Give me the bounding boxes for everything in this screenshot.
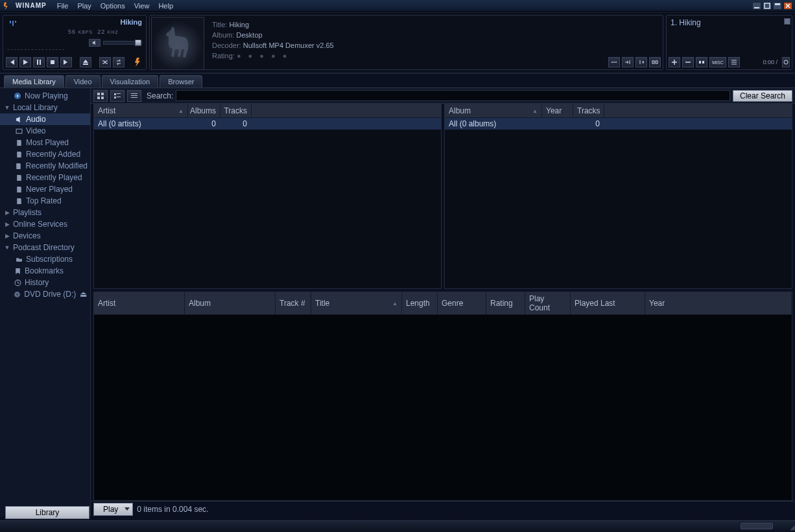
pl-rem-button[interactable] — [682, 57, 694, 67]
playlist-scroll-thumb[interactable] — [784, 18, 790, 25]
col-album-tracks[interactable]: Tracks — [573, 104, 604, 117]
sidebar-recently-added[interactable]: Recently Added — [0, 148, 90, 160]
decoder-label: Decoder: — [212, 41, 241, 49]
svg-rect-4 — [40, 60, 41, 65]
sidebar-dvd-drive[interactable]: DVD Drive (D:)⏏ — [0, 288, 90, 300]
next-button[interactable] — [60, 57, 72, 67]
repeat-button[interactable] — [113, 57, 125, 67]
tcol-year[interactable]: Year — [645, 292, 792, 314]
pl-add-button[interactable] — [669, 57, 680, 67]
menu-view[interactable]: View — [130, 1, 154, 10]
tcol-artist[interactable]: Artist — [94, 292, 185, 314]
info-opt1-button[interactable] — [608, 57, 620, 67]
tcol-rating[interactable]: Rating — [486, 292, 525, 314]
svg-rect-22 — [101, 97, 104, 99]
menu-options[interactable]: Options — [97, 1, 129, 10]
sidebar-online-services[interactable]: ▶Online Services — [0, 218, 90, 230]
eject-icon[interactable]: ⏏ — [78, 290, 88, 299]
sidebar-history[interactable]: History — [0, 277, 90, 288]
info-opt3-button[interactable] — [635, 57, 647, 67]
footer-handle[interactable] — [741, 523, 773, 529]
svg-rect-5 — [51, 60, 54, 64]
library-button[interactable]: Library — [5, 506, 89, 519]
sidebar-podcast-directory[interactable]: ▼Podcast Directory — [0, 242, 90, 253]
svg-rect-12 — [702, 61, 704, 64]
resize-grip-icon[interactable]: ◢ — [790, 524, 794, 531]
menu-play[interactable]: Play — [73, 1, 95, 10]
rating-label: Rating: — [212, 52, 235, 60]
pause-button[interactable] — [33, 57, 45, 67]
title-value: Hiking — [230, 21, 250, 29]
tcol-trackno[interactable]: Track # — [276, 292, 311, 314]
play-circle-icon — [14, 92, 21, 100]
info-opt4-button[interactable] — [649, 57, 661, 67]
pl-misc-button[interactable]: MISC — [709, 57, 726, 67]
album-row[interactable]: All (0 albums) 0 — [445, 118, 792, 130]
sidebar-recently-modified[interactable]: Recently Modified — [0, 160, 90, 172]
view-details-button[interactable] — [127, 90, 141, 102]
tab-media-library[interactable]: Media Library — [4, 75, 64, 87]
current-track-name: Hiking — [7, 18, 142, 26]
sidebar-now-playing[interactable]: Now Playing — [0, 90, 90, 102]
tcol-playedlast[interactable]: Played Last — [571, 292, 645, 314]
stop-button[interactable] — [47, 57, 58, 67]
view-icons-button[interactable] — [93, 90, 108, 102]
artist-row[interactable]: All (0 artists) 0 0 — [94, 118, 441, 130]
sidebar-audio[interactable]: Audio — [0, 113, 90, 125]
maximize-button[interactable] — [763, 2, 772, 10]
tab-video[interactable]: Video — [65, 75, 101, 87]
play-dropdown-button[interactable]: Play — [93, 503, 133, 516]
volume-icon[interactable] — [89, 39, 101, 47]
bolt-icon[interactable] — [133, 57, 143, 67]
col-tracks[interactable]: Tracks — [220, 104, 252, 117]
doc-icon — [15, 163, 22, 170]
clear-search-button[interactable]: Clear Search — [733, 90, 792, 102]
tcol-title[interactable]: Title▲ — [311, 292, 402, 314]
shade-button[interactable] — [773, 2, 782, 10]
col-year[interactable]: Year — [542, 104, 573, 117]
doc-icon — [16, 174, 23, 181]
view-list-button[interactable] — [110, 90, 125, 102]
doc-icon — [16, 186, 23, 193]
track-metadata: Title: Hiking Album: Desktop Decoder: Nu… — [206, 16, 340, 69]
prev-button[interactable] — [6, 57, 18, 67]
minimize-button[interactable] — [752, 2, 761, 10]
svg-rect-25 — [114, 97, 116, 98]
menu-file[interactable]: File — [53, 1, 73, 10]
tcol-genre[interactable]: Genre — [438, 292, 486, 314]
shuffle-button[interactable] — [99, 57, 111, 67]
svg-rect-27 — [131, 93, 137, 94]
col-artist[interactable]: Artist▲ — [94, 104, 188, 117]
sidebar-most-played[interactable]: Most Played — [0, 137, 90, 148]
pl-sel-button[interactable] — [696, 57, 707, 67]
pl-resize-button[interactable] — [782, 57, 790, 67]
eject-button[interactable] — [80, 57, 91, 67]
sidebar-devices[interactable]: ▶Devices — [0, 230, 90, 242]
info-opt2-button[interactable] — [622, 57, 634, 67]
sidebar-top-rated[interactable]: Top Rated — [0, 195, 90, 207]
close-button[interactable] — [783, 2, 792, 10]
search-input[interactable] — [176, 90, 730, 101]
tcol-length[interactable]: Length — [402, 292, 438, 314]
sidebar-playlists[interactable]: ▶Playlists — [0, 207, 90, 218]
col-albums[interactable]: Albums — [188, 104, 220, 117]
playlist-body[interactable]: 1. Hiking — [667, 16, 792, 55]
tab-browser[interactable]: Browser — [160, 75, 202, 87]
sidebar-subscriptions[interactable]: Subscriptions — [0, 253, 90, 265]
rating-stars[interactable]: ● ● ● ● ● — [237, 52, 289, 60]
sidebar-local-library[interactable]: ▼Local Library — [0, 102, 90, 113]
pl-list-button[interactable] — [728, 57, 740, 67]
sidebar-video[interactable]: Video — [0, 125, 90, 137]
play-button[interactable] — [19, 57, 31, 67]
sidebar-never-played[interactable]: Never Played — [0, 183, 90, 195]
sidebar-bookmarks[interactable]: Bookmarks — [0, 265, 90, 277]
col-album[interactable]: Album▲ — [445, 104, 542, 117]
svg-point-7 — [613, 62, 615, 63]
sidebar-recently-played[interactable]: Recently Played — [0, 172, 90, 183]
tcol-album[interactable]: Album — [185, 292, 276, 314]
playlist-item[interactable]: 1. Hiking — [670, 18, 788, 27]
volume-slider[interactable] — [103, 41, 142, 45]
tcol-playcount[interactable]: Play Count — [525, 292, 571, 314]
tab-visualization[interactable]: Visualization — [102, 75, 159, 87]
menu-help[interactable]: Help — [154, 1, 177, 10]
